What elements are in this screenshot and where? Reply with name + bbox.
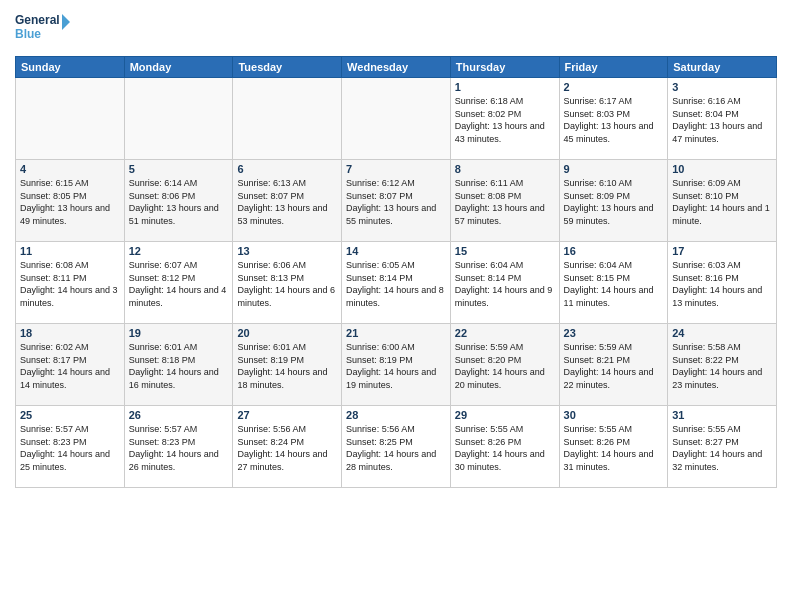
cell-line: Daylight: 13 hours and 51 minutes. xyxy=(129,202,229,227)
day-header-saturday: Saturday xyxy=(668,57,777,78)
day-number: 30 xyxy=(564,409,664,421)
logo: General Blue xyxy=(15,10,70,48)
cell-line: Sunrise: 5:56 AM xyxy=(237,423,337,436)
calendar-cell xyxy=(124,78,233,160)
cell-line: Sunrise: 6:10 AM xyxy=(564,177,664,190)
calendar-cell: 31Sunrise: 5:55 AMSunset: 8:27 PMDayligh… xyxy=(668,406,777,488)
cell-line: Sunset: 8:26 PM xyxy=(455,436,555,449)
cell-line: Daylight: 13 hours and 49 minutes. xyxy=(20,202,120,227)
cell-content: Sunrise: 6:11 AMSunset: 8:08 PMDaylight:… xyxy=(455,177,555,227)
day-header-thursday: Thursday xyxy=(450,57,559,78)
day-number: 27 xyxy=(237,409,337,421)
calendar-cell: 15Sunrise: 6:04 AMSunset: 8:14 PMDayligh… xyxy=(450,242,559,324)
cell-line: Sunrise: 6:01 AM xyxy=(129,341,229,354)
day-number: 18 xyxy=(20,327,120,339)
cell-content: Sunrise: 5:59 AMSunset: 8:20 PMDaylight:… xyxy=(455,341,555,391)
cell-line: Sunrise: 6:16 AM xyxy=(672,95,772,108)
cell-line: Daylight: 14 hours and 8 minutes. xyxy=(346,284,446,309)
cell-line: Sunrise: 5:58 AM xyxy=(672,341,772,354)
cell-content: Sunrise: 6:10 AMSunset: 8:09 PMDaylight:… xyxy=(564,177,664,227)
cell-line: Daylight: 14 hours and 20 minutes. xyxy=(455,366,555,391)
cell-line: Daylight: 13 hours and 43 minutes. xyxy=(455,120,555,145)
cell-line: Sunset: 8:27 PM xyxy=(672,436,772,449)
calendar-cell: 13Sunrise: 6:06 AMSunset: 8:13 PMDayligh… xyxy=(233,242,342,324)
svg-marker-2 xyxy=(62,14,70,30)
day-number: 4 xyxy=(20,163,120,175)
cell-content: Sunrise: 6:01 AMSunset: 8:18 PMDaylight:… xyxy=(129,341,229,391)
cell-line: Sunset: 8:23 PM xyxy=(20,436,120,449)
calendar-cell: 23Sunrise: 5:59 AMSunset: 8:21 PMDayligh… xyxy=(559,324,668,406)
cell-line: Sunset: 8:16 PM xyxy=(672,272,772,285)
cell-content: Sunrise: 6:06 AMSunset: 8:13 PMDaylight:… xyxy=(237,259,337,309)
calendar-cell: 26Sunrise: 5:57 AMSunset: 8:23 PMDayligh… xyxy=(124,406,233,488)
cell-line: Sunrise: 5:56 AM xyxy=(346,423,446,436)
cell-content: Sunrise: 5:58 AMSunset: 8:22 PMDaylight:… xyxy=(672,341,772,391)
cell-line: Daylight: 14 hours and 1 minute. xyxy=(672,202,772,227)
cell-line: Daylight: 14 hours and 19 minutes. xyxy=(346,366,446,391)
calendar-cell: 3Sunrise: 6:16 AMSunset: 8:04 PMDaylight… xyxy=(668,78,777,160)
cell-content: Sunrise: 5:57 AMSunset: 8:23 PMDaylight:… xyxy=(20,423,120,473)
cell-line: Daylight: 14 hours and 23 minutes. xyxy=(672,366,772,391)
calendar-cell: 16Sunrise: 6:04 AMSunset: 8:15 PMDayligh… xyxy=(559,242,668,324)
cell-line: Sunset: 8:09 PM xyxy=(564,190,664,203)
cell-content: Sunrise: 5:56 AMSunset: 8:24 PMDaylight:… xyxy=(237,423,337,473)
day-number: 23 xyxy=(564,327,664,339)
cell-line: Daylight: 14 hours and 22 minutes. xyxy=(564,366,664,391)
calendar-cell: 28Sunrise: 5:56 AMSunset: 8:25 PMDayligh… xyxy=(342,406,451,488)
cell-line: Sunrise: 6:14 AM xyxy=(129,177,229,190)
cell-line: Daylight: 13 hours and 47 minutes. xyxy=(672,120,772,145)
cell-content: Sunrise: 5:55 AMSunset: 8:26 PMDaylight:… xyxy=(564,423,664,473)
calendar-cell: 12Sunrise: 6:07 AMSunset: 8:12 PMDayligh… xyxy=(124,242,233,324)
day-header-monday: Monday xyxy=(124,57,233,78)
cell-content: Sunrise: 6:04 AMSunset: 8:15 PMDaylight:… xyxy=(564,259,664,309)
calendar-table: SundayMondayTuesdayWednesdayThursdayFrid… xyxy=(15,56,777,488)
day-number: 2 xyxy=(564,81,664,93)
cell-line: Sunrise: 6:13 AM xyxy=(237,177,337,190)
cell-line: Sunrise: 5:57 AM xyxy=(20,423,120,436)
day-number: 26 xyxy=(129,409,229,421)
day-number: 10 xyxy=(672,163,772,175)
cell-line: Sunrise: 6:06 AM xyxy=(237,259,337,272)
cell-line: Sunrise: 6:04 AM xyxy=(564,259,664,272)
day-number: 14 xyxy=(346,245,446,257)
cell-line: Sunset: 8:05 PM xyxy=(20,190,120,203)
cell-line: Sunset: 8:15 PM xyxy=(564,272,664,285)
calendar-cell: 8Sunrise: 6:11 AMSunset: 8:08 PMDaylight… xyxy=(450,160,559,242)
cell-line: Daylight: 14 hours and 30 minutes. xyxy=(455,448,555,473)
cell-line: Sunset: 8:08 PM xyxy=(455,190,555,203)
cell-line: Sunrise: 6:11 AM xyxy=(455,177,555,190)
calendar-cell xyxy=(233,78,342,160)
day-number: 25 xyxy=(20,409,120,421)
cell-line: Daylight: 13 hours and 45 minutes. xyxy=(564,120,664,145)
cell-content: Sunrise: 6:05 AMSunset: 8:14 PMDaylight:… xyxy=(346,259,446,309)
day-number: 29 xyxy=(455,409,555,421)
cell-line: Daylight: 14 hours and 6 minutes. xyxy=(237,284,337,309)
cell-line: Daylight: 14 hours and 28 minutes. xyxy=(346,448,446,473)
svg-text:Blue: Blue xyxy=(15,27,41,41)
day-header-tuesday: Tuesday xyxy=(233,57,342,78)
calendar-cell: 29Sunrise: 5:55 AMSunset: 8:26 PMDayligh… xyxy=(450,406,559,488)
cell-line: Sunset: 8:22 PM xyxy=(672,354,772,367)
cell-line: Daylight: 14 hours and 13 minutes. xyxy=(672,284,772,309)
cell-line: Sunrise: 6:01 AM xyxy=(237,341,337,354)
cell-content: Sunrise: 6:14 AMSunset: 8:06 PMDaylight:… xyxy=(129,177,229,227)
day-number: 5 xyxy=(129,163,229,175)
cell-line: Sunrise: 6:12 AM xyxy=(346,177,446,190)
cell-content: Sunrise: 6:01 AMSunset: 8:19 PMDaylight:… xyxy=(237,341,337,391)
cell-content: Sunrise: 6:18 AMSunset: 8:02 PMDaylight:… xyxy=(455,95,555,145)
day-number: 21 xyxy=(346,327,446,339)
cell-line: Daylight: 13 hours and 55 minutes. xyxy=(346,202,446,227)
cell-line: Daylight: 14 hours and 3 minutes. xyxy=(20,284,120,309)
day-number: 31 xyxy=(672,409,772,421)
day-number: 11 xyxy=(20,245,120,257)
cell-line: Sunset: 8:14 PM xyxy=(455,272,555,285)
cell-content: Sunrise: 5:56 AMSunset: 8:25 PMDaylight:… xyxy=(346,423,446,473)
cell-line: Sunrise: 6:07 AM xyxy=(129,259,229,272)
cell-line: Sunrise: 5:59 AM xyxy=(564,341,664,354)
day-number: 8 xyxy=(455,163,555,175)
cell-line: Daylight: 14 hours and 16 minutes. xyxy=(129,366,229,391)
cell-line: Sunrise: 6:05 AM xyxy=(346,259,446,272)
cell-line: Sunrise: 6:09 AM xyxy=(672,177,772,190)
calendar-cell: 17Sunrise: 6:03 AMSunset: 8:16 PMDayligh… xyxy=(668,242,777,324)
calendar-cell: 18Sunrise: 6:02 AMSunset: 8:17 PMDayligh… xyxy=(16,324,125,406)
